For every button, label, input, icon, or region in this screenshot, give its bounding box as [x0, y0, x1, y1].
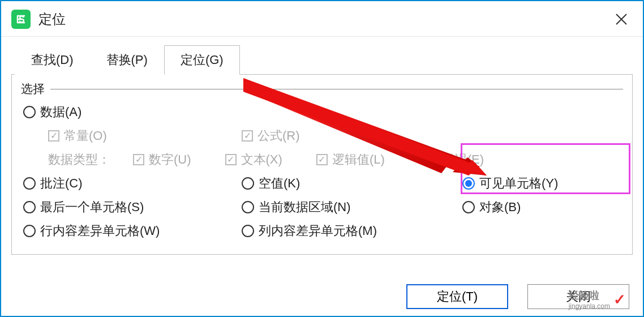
tab-find[interactable]: 查找(D) — [15, 45, 90, 75]
radio-object[interactable]: 对象(B) — [462, 199, 521, 216]
tab-goto[interactable]: 定位(G) — [164, 45, 240, 75]
radio-blank[interactable]: 空值(K) — [242, 175, 300, 192]
svg-text:S: S — [19, 15, 25, 24]
section-label: 选择 — [21, 81, 45, 97]
check-text: ✓文本(X) — [225, 151, 282, 168]
window-title: 定位 — [38, 10, 66, 28]
check-number: ✓数字(U) — [133, 151, 191, 168]
radio-row-diff[interactable]: 行内容差异单元格(W) — [23, 222, 160, 239]
radio-last-cell[interactable]: 最后一个单元格(S) — [23, 199, 144, 216]
check-formula: ✓ 公式(R) — [242, 127, 300, 144]
radio-visible-cells[interactable]: 可见单元格(Y) — [462, 175, 558, 192]
goto-panel: 选择 数据(A) ✓ 常量(O) ✓ 公式(R) 数据类型： — [11, 74, 633, 255]
close-button[interactable]: 关闭 — [527, 284, 629, 309]
radio-comment[interactable]: 批注(C) — [23, 175, 83, 192]
check-logic: ✓逻辑值(L) — [316, 151, 385, 168]
app-icon: S — [11, 10, 31, 29]
tab-replace[interactable]: 替换(P) — [90, 45, 164, 75]
radio-current-region[interactable]: 当前数据区域(N) — [242, 199, 351, 216]
radio-data[interactable]: 数据(A) — [23, 104, 81, 121]
goto-button[interactable]: 定位(T) — [406, 284, 508, 309]
button-row: 定位(T) 关闭 — [406, 284, 629, 309]
radio-col-diff[interactable]: 列内容差异单元格(M) — [242, 222, 377, 239]
section-header: 选择 — [21, 81, 623, 97]
titlebar: S 定位 — [1, 1, 643, 37]
check-constant: ✓ 常量(O) — [48, 127, 107, 144]
datatype-label: 数据类型： — [48, 151, 110, 168]
tab-strip: 查找(D) 替换(P) 定位(G) — [1, 37, 643, 74]
close-icon[interactable] — [610, 8, 633, 31]
check-error: ✓错误(E) — [427, 151, 484, 168]
